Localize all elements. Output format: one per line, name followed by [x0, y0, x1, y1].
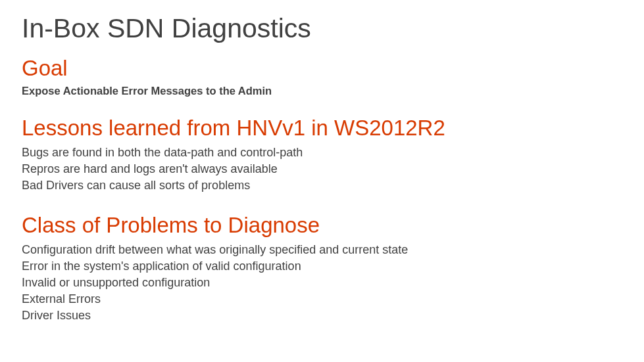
section-body-class: Configuration drift between what was ori… [22, 242, 622, 325]
section-heading-class: Class of Problems to Diagnose [22, 213, 622, 238]
section-lessons: Lessons learned from HNVv1 in WS2012R2 B… [22, 116, 622, 194]
body-line: External Errors [22, 291, 622, 307]
body-line: Driver Issues [22, 307, 622, 324]
body-line: Invalid or unsupported configuration [22, 275, 622, 291]
section-heading-goal: Goal [22, 56, 622, 81]
body-line: Error in the system's application of val… [22, 258, 622, 275]
body-line: Bugs are found in both the data-path and… [22, 145, 622, 161]
body-line: Bad Drivers can cause all sorts of probl… [22, 177, 622, 194]
slide-title: In-Box SDN Diagnostics [22, 13, 622, 44]
section-body-lessons: Bugs are found in both the data-path and… [22, 145, 622, 194]
section-goal: Goal Expose Actionable Error Messages to… [22, 56, 622, 97]
section-subtitle-goal: Expose Actionable Error Messages to the … [22, 85, 622, 97]
section-class: Class of Problems to Diagnose Configurat… [22, 213, 622, 325]
body-line: Repros are hard and logs aren't always a… [22, 161, 622, 177]
section-heading-lessons: Lessons learned from HNVv1 in WS2012R2 [22, 116, 622, 141]
body-line: Configuration drift between what was ori… [22, 242, 622, 258]
